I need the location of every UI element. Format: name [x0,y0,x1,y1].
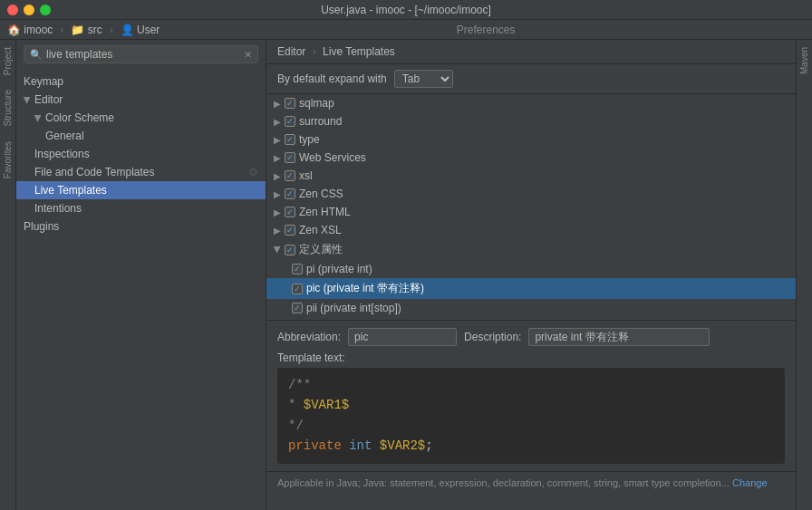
right-side-tabs: Maven [796,40,812,510]
breadcrumb: Editor › Live Templates [266,40,796,64]
search-icon: 🔍 [30,49,43,61]
type-arrow: ▶ [274,135,281,145]
group-zen-html-header[interactable]: ▶ Zen HTML [266,203,796,221]
expand-label: By default expand with [277,72,387,85]
entry-pii[interactable]: pii (private int[stop]) [266,299,796,317]
pii-label: pii (private int[stop]) [306,302,401,314]
group-zen-xsl-header[interactable]: ▶ Zen XSL [266,221,796,239]
zen-html-checkbox[interactable] [285,207,295,217]
detail-area: Abbreviation: Description: Template text… [266,321,796,471]
nav-src[interactable]: 📁 src [71,24,102,36]
maximize-button[interactable] [40,5,51,15]
description-input[interactable] [528,328,710,346]
inspections-label: Inspections [34,148,90,160]
code-comment-star: * [288,398,304,412]
nav-user[interactable]: 👤 User [121,24,160,36]
applicable-change-link[interactable]: Change [732,477,768,488]
zen-html-label: Zen HTML [299,206,351,218]
pic-checkbox[interactable] [292,284,303,294]
search-input-wrap: 🔍 ✕ [24,45,258,63]
file-templates-label: File and Code Templates [34,166,155,178]
left-side-tabs: Project Structure Favorites [0,40,16,510]
title-bar: User.java - imooc - [~/imooc/imooc] [0,0,812,20]
breadcrumb-current: Live Templates [323,45,395,58]
abbreviation-label: Abbreviation: [277,331,341,343]
search-input[interactable] [46,48,240,61]
zen-html-arrow: ▶ [274,207,281,217]
xsl-checkbox[interactable] [285,170,295,181]
sidebar-tab-structure[interactable]: Structure [0,82,15,134]
group-custom: ▶ 定义属性 pi (private int) pic (private int… [266,239,796,321]
code-line-3: */ [288,416,774,436]
breadcrumb-parent: Editor [277,45,305,58]
sidebar-tab-project[interactable]: Project [0,40,15,82]
group-sqlmap: ▶ sqlmap [266,94,796,112]
nav-tree: Keymap ▶ Editor ▶ Color Scheme General I… [16,69,266,510]
code-line-4: private int $VAR2$; [288,436,774,456]
group-zen-xsl: ▶ Zen XSL [266,221,796,239]
web-services-checkbox[interactable] [285,152,295,163]
tree-item-file-templates[interactable]: File and Code Templates ⚙ [16,163,266,181]
surround-checkbox[interactable] [285,116,295,127]
group-type: ▶ type [266,130,796,149]
custom-arrow: ▶ [273,246,283,254]
close-button[interactable] [7,5,18,15]
abbreviation-input[interactable] [348,328,457,346]
tree-item-general[interactable]: General [16,127,266,145]
zen-xsl-arrow: ▶ [274,226,281,236]
search-bar: 🔍 ✕ [16,40,266,69]
minimize-button[interactable] [24,5,34,15]
type-checkbox[interactable] [285,134,295,145]
group-zen-html: ▶ Zen HTML [266,203,796,221]
abbreviation-row: Abbreviation: Description: [277,328,785,346]
group-type-header[interactable]: ▶ type [266,130,796,149]
zen-css-checkbox[interactable] [285,188,295,199]
dialog-title: Preferences [457,24,516,36]
pi-label: pi (private int) [306,263,372,275]
right-tab-maven[interactable]: Maven [797,40,812,82]
tree-item-keymap[interactable]: Keymap [16,72,266,91]
expand-select[interactable]: Tab Enter Space [394,70,453,88]
type-label: type [299,133,320,146]
group-custom-header[interactable]: ▶ 定义属性 [266,239,796,260]
template-code-area: /** * $VAR1$ */ private int $VAR2$; [277,368,785,464]
tree-item-live-templates[interactable]: Live Templates [16,181,266,199]
left-panel: 🔍 ✕ Keymap ▶ Editor ▶ Color Scheme Gener… [16,40,266,510]
group-surround: ▶ surround [266,112,796,130]
custom-label: 定义属性 [299,242,343,257]
entry-pi[interactable]: pi (private int) [266,260,796,278]
code-semicolon: ; [425,438,432,453]
tree-item-plugins[interactable]: Plugins [16,217,266,236]
zen-xsl-checkbox[interactable] [285,225,295,236]
nav-imooc[interactable]: 🏠 imooc [7,24,53,36]
pi-checkbox[interactable] [292,264,303,274]
code-comment-close: */ [288,419,304,433]
group-sqlmap-header[interactable]: ▶ sqlmap [266,94,796,112]
applicable-text: Applicable in Java; Java: statement, exp… [277,477,730,488]
sidebar-tab-favorites[interactable]: Favorites [0,134,15,186]
clear-icon[interactable]: ✕ [244,49,252,61]
templates-list: ▶ sqlmap ▶ surround ▶ type [266,94,796,321]
entry-pic[interactable]: pic (private int 带有注释) [266,278,796,299]
group-web-services-header[interactable]: ▶ Web Services [266,149,796,167]
group-xsl-header[interactable]: ▶ xsl [266,167,796,185]
tree-item-color-scheme[interactable]: ▶ Color Scheme [16,109,266,127]
custom-checkbox[interactable] [285,245,295,255]
sqlmap-checkbox[interactable] [285,98,295,109]
breadcrumb-separator: › [313,45,316,58]
group-zen-css-header[interactable]: ▶ Zen CSS [266,185,796,203]
tree-item-inspections[interactable]: Inspections [16,145,266,163]
main-container: Project Structure Favorites 🔍 ✕ Keymap ▶… [0,40,812,510]
editor-arrow: ▶ [23,96,33,103]
template-text-label: Template text: [277,351,785,364]
code-line-2: * $VAR1$ [288,395,774,415]
tree-item-intentions[interactable]: Intentions [16,199,266,217]
pic-label: pic (private int 带有注释) [306,281,424,296]
group-surround-header[interactable]: ▶ surround [266,112,796,130]
code-line-1: /** [288,375,774,395]
color-scheme-label: Color Scheme [45,111,114,124]
right-panel: Editor › Live Templates By default expan… [266,40,796,510]
pii-checkbox[interactable] [292,303,303,313]
code-type-int: int [349,438,380,453]
tree-item-editor[interactable]: ▶ Editor [16,91,266,109]
